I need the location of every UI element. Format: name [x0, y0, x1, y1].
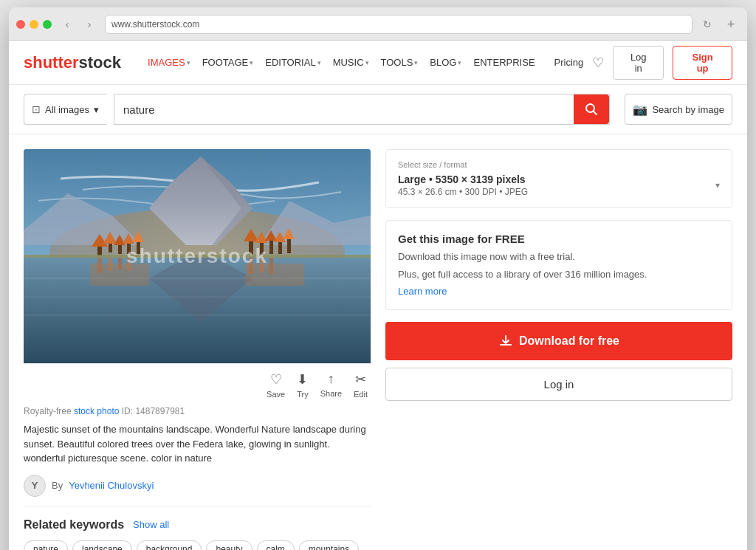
refresh-button[interactable]: ↻	[698, 16, 716, 33]
try-label: Try	[297, 390, 308, 399]
new-tab-button[interactable]: +	[722, 16, 740, 33]
chevron-down-icon: ▾	[365, 59, 369, 66]
main-content: shutterstock ♡ Save ⬇ Try ↑	[9, 134, 747, 550]
logo-stock-text: stock	[79, 53, 121, 72]
heart-icon: ♡	[270, 371, 282, 388]
keywords-header: Related keywords Show all	[24, 518, 371, 532]
keyword-tag[interactable]: background	[137, 540, 202, 551]
login-button[interactable]: Log in	[613, 46, 664, 80]
keyword-tag[interactable]: landscape	[72, 540, 132, 551]
search-by-image-button[interactable]: 📷 Search by image	[625, 94, 732, 125]
nav-music[interactable]: MUSIC ▾	[329, 54, 374, 71]
dropdown-arrow-icon: ▾	[94, 104, 99, 115]
log-in-button[interactable]: Log in	[385, 368, 732, 401]
chevron-down-icon: ▾	[317, 59, 321, 66]
signup-button[interactable]: Sign up	[673, 46, 732, 80]
svg-line-1	[594, 111, 597, 115]
keywords-row-1: naturelandscapebackgroundbeautycalmmount…	[24, 540, 371, 551]
edit-action-button[interactable]: ✂ Edit	[354, 371, 368, 399]
image-description: Majestic sunset of the mountains landsca…	[24, 422, 371, 466]
free-section: Get this image for FREE Download this im…	[385, 220, 732, 310]
keywords-section: Related keywords Show all naturelandscap…	[24, 506, 371, 551]
close-button[interactable]	[16, 20, 25, 29]
share-action-button[interactable]: ↑ Share	[320, 371, 342, 399]
image-actions: ♡ Save ⬇ Try ↑ Share ✂ E	[24, 363, 371, 406]
nav-links: IMAGES ▾ FOOTAGE ▾ EDITORIAL ▾ MUSIC ▾ T…	[143, 54, 540, 71]
main-photo: shutterstock	[24, 149, 371, 363]
free-desc-1: Download this image now with a free tria…	[398, 250, 720, 264]
chevron-down-icon: ▾	[414, 59, 418, 66]
author-link[interactable]: Yevhenii Chulovskyi	[69, 480, 154, 491]
logo-shutter-text: shutter	[24, 53, 79, 72]
keyword-tag[interactable]: beauty	[206, 540, 252, 551]
nav-right: Pricing ♡ Log in Sign up	[554, 46, 732, 80]
nav-tools[interactable]: TOOLS ▾	[377, 54, 423, 71]
free-desc-2: Plus, get full access to a library of ov…	[398, 267, 720, 282]
stock-photo-link[interactable]: stock photo	[74, 406, 119, 416]
browser-chrome: ‹ › www.shutterstock.com ↻ +	[9, 7, 747, 41]
minimize-button[interactable]	[30, 20, 38, 29]
image-section: shutterstock ♡ Save ⬇ Try ↑	[24, 149, 371, 550]
search-bar: ⊡ All images ▾ 📷 Search by image	[9, 85, 747, 134]
edit-label: Edit	[354, 390, 368, 399]
author-avatar: Y	[24, 475, 46, 497]
image-id: ID: 1487897981	[122, 406, 185, 416]
by-text: By	[52, 480, 63, 491]
keyword-tag[interactable]: nature	[24, 540, 68, 551]
free-title: Get this image for FREE	[398, 233, 720, 245]
browser-titlebar: ‹ › www.shutterstock.com ↻ +	[16, 15, 740, 34]
chevron-down-icon: ▾	[458, 59, 461, 66]
image-container: shutterstock ♡ Save ⬇ Try ↑	[24, 149, 371, 406]
download-icon	[498, 334, 513, 348]
size-format-section: Select size / format Large • 5350 × 3139…	[385, 149, 732, 208]
royalty-info: Royalty-free stock photo ID: 1487897981	[24, 406, 371, 416]
nav-buttons: ‹ ›	[58, 17, 99, 32]
site-navigation: shutterstock IMAGES ▾ FOOTAGE ▾ EDITORIA…	[9, 41, 747, 85]
favorites-icon[interactable]: ♡	[592, 55, 604, 71]
back-button[interactable]: ‹	[58, 17, 77, 32]
save-action-button[interactable]: ♡ Save	[267, 371, 285, 399]
keyword-tag[interactable]: mountains	[299, 540, 359, 551]
svg-rect-41	[90, 264, 149, 286]
pricing-link[interactable]: Pricing	[554, 57, 584, 68]
share-label: Share	[320, 389, 342, 398]
size-value: Large • 5350 × 3139 pixels	[398, 173, 528, 185]
size-format-label: Select size / format	[398, 160, 720, 169]
chevron-down-icon: ▾	[187, 59, 190, 66]
browser-window: ‹ › www.shutterstock.com ↻ + shutterstoc…	[9, 7, 747, 550]
learn-more-link[interactable]: Learn more	[398, 286, 447, 297]
download-button[interactable]: Download for free	[385, 322, 732, 360]
image-icon: ⊡	[32, 103, 41, 115]
size-selector[interactable]: Large • 5350 × 3139 pixels 45.3 × 26.6 c…	[398, 173, 720, 197]
edit-icon: ✂	[355, 371, 366, 388]
nav-editorial[interactable]: EDITORIAL ▾	[261, 54, 325, 71]
camera-icon: 📷	[633, 103, 647, 117]
keywords-title: Related keywords	[24, 518, 124, 532]
search-input[interactable]	[114, 94, 574, 124]
search-input-wrap	[114, 94, 610, 125]
nav-images[interactable]: IMAGES ▾	[143, 54, 195, 71]
share-icon: ↑	[328, 371, 334, 387]
try-action-button[interactable]: ⬇ Try	[297, 371, 308, 399]
browser-content: shutterstock IMAGES ▾ FOOTAGE ▾ EDITORIA…	[9, 41, 747, 550]
image-type-selector[interactable]: ⊡ All images ▾	[24, 94, 106, 125]
traffic-lights	[16, 20, 52, 29]
sidebar: Select size / format Large • 5350 × 3139…	[385, 149, 732, 550]
svg-rect-42	[245, 264, 304, 286]
size-details: 45.3 × 26.6 cm • 300 DPI • JPEG	[398, 187, 528, 197]
nav-blog[interactable]: BLOG ▾	[425, 54, 466, 71]
show-all-link[interactable]: Show all	[133, 519, 169, 530]
site-logo[interactable]: shutterstock	[24, 53, 121, 72]
search-submit-button[interactable]	[574, 94, 609, 124]
nav-enterprise[interactable]: ENTERPRISE	[469, 54, 539, 71]
keyword-tag[interactable]: calm	[257, 540, 295, 551]
image-info: Royalty-free stock photo ID: 1487897981 …	[24, 406, 371, 506]
download-icon: ⬇	[297, 371, 308, 388]
chevron-down-icon: ▾	[715, 180, 720, 190]
svg-rect-28	[24, 255, 371, 258]
forward-button[interactable]: ›	[80, 17, 99, 32]
chevron-down-icon: ▾	[250, 59, 253, 66]
address-bar[interactable]: www.shutterstock.com	[105, 15, 693, 34]
nav-footage[interactable]: FOOTAGE ▾	[198, 54, 258, 71]
maximize-button[interactable]	[43, 20, 52, 29]
